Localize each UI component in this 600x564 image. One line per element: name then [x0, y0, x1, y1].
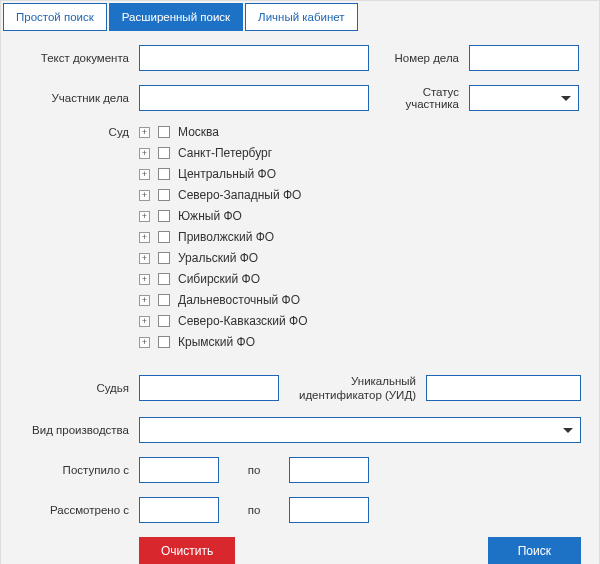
court-tree-item: +Сибирский ФО	[139, 272, 581, 286]
expand-icon[interactable]: +	[139, 274, 150, 285]
court-name: Северо-Кавказский ФО	[178, 314, 308, 328]
court-name: Приволжский ФО	[178, 230, 274, 244]
expand-icon[interactable]: +	[139, 127, 150, 138]
label-doc-text: Текст документа	[19, 52, 139, 64]
label-received-from: Поступило с	[19, 464, 139, 476]
court-checkbox[interactable]	[158, 126, 170, 138]
input-reviewed-from[interactable]	[139, 497, 219, 523]
expand-icon[interactable]: +	[139, 316, 150, 327]
expand-icon[interactable]: +	[139, 169, 150, 180]
court-checkbox[interactable]	[158, 231, 170, 243]
input-uid[interactable]	[426, 375, 581, 401]
select-participant-status[interactable]	[469, 85, 579, 111]
search-button[interactable]: Поиск	[488, 537, 581, 564]
court-tree-item: +Уральский ФО	[139, 251, 581, 265]
clear-button[interactable]: Очистить	[139, 537, 235, 564]
court-checkbox[interactable]	[158, 315, 170, 327]
court-tree-item: +Санкт-Петербург	[139, 146, 581, 160]
advanced-search-panel: Простой поиск Расширенный поиск Личный к…	[0, 0, 600, 564]
expand-icon[interactable]: +	[139, 190, 150, 201]
label-uid: Уникальный идентификатор (УИД)	[279, 374, 426, 403]
court-checkbox[interactable]	[158, 189, 170, 201]
court-name: Южный ФО	[178, 209, 242, 223]
court-tree-item: +Северо-Кавказский ФО	[139, 314, 581, 328]
court-name: Дальневосточный ФО	[178, 293, 300, 307]
tab-bar: Простой поиск Расширенный поиск Личный к…	[1, 1, 599, 31]
input-received-from[interactable]	[139, 457, 219, 483]
court-checkbox[interactable]	[158, 147, 170, 159]
court-tree-item: +Северо-Западный ФО	[139, 188, 581, 202]
label-received-to: по	[219, 464, 289, 476]
court-name: Санкт-Петербург	[178, 146, 272, 160]
court-checkbox[interactable]	[158, 252, 170, 264]
court-name: Центральный ФО	[178, 167, 276, 181]
expand-icon[interactable]: +	[139, 232, 150, 243]
court-checkbox[interactable]	[158, 210, 170, 222]
court-tree-item: +Дальневосточный ФО	[139, 293, 581, 307]
tab-personal-cabinet[interactable]: Личный кабинет	[245, 3, 358, 31]
tab-advanced-search[interactable]: Расширенный поиск	[109, 3, 243, 31]
expand-icon[interactable]: +	[139, 337, 150, 348]
court-checkbox[interactable]	[158, 336, 170, 348]
expand-icon[interactable]: +	[139, 253, 150, 264]
court-name: Сибирский ФО	[178, 272, 260, 286]
court-tree-item: +Южный ФО	[139, 209, 581, 223]
label-reviewed-to: по	[219, 504, 289, 516]
court-checkbox[interactable]	[158, 168, 170, 180]
input-received-to[interactable]	[289, 457, 369, 483]
search-form: Текст документа Номер дела Участник дела…	[1, 31, 599, 564]
select-proceeding-type[interactable]	[139, 417, 581, 443]
label-judge: Судья	[19, 382, 139, 394]
court-tree-item: +Крымский ФО	[139, 335, 581, 349]
expand-icon[interactable]: +	[139, 211, 150, 222]
label-proceeding-type: Вид производства	[19, 424, 139, 436]
expand-icon[interactable]: +	[139, 148, 150, 159]
input-participant[interactable]	[139, 85, 369, 111]
input-judge[interactable]	[139, 375, 279, 401]
label-participant: Участник дела	[19, 92, 139, 104]
court-name: Северо-Западный ФО	[178, 188, 301, 202]
court-tree-item: +Москва	[139, 125, 581, 139]
label-case-number: Номер дела	[369, 52, 469, 64]
label-court: Суд	[19, 125, 139, 138]
court-checkbox[interactable]	[158, 294, 170, 306]
court-tree: +Москва+Санкт-Петербург+Центральный ФО+С…	[139, 125, 581, 356]
court-name: Москва	[178, 125, 219, 139]
court-checkbox[interactable]	[158, 273, 170, 285]
court-name: Уральский ФО	[178, 251, 258, 265]
label-participant-status: Статус участника	[369, 86, 469, 110]
court-tree-item: +Приволжский ФО	[139, 230, 581, 244]
court-tree-item: +Центральный ФО	[139, 167, 581, 181]
label-reviewed-from: Рассмотрено с	[19, 504, 139, 516]
expand-icon[interactable]: +	[139, 295, 150, 306]
input-reviewed-to[interactable]	[289, 497, 369, 523]
tab-simple-search[interactable]: Простой поиск	[3, 3, 107, 31]
input-doc-text[interactable]	[139, 45, 369, 71]
input-case-number[interactable]	[469, 45, 579, 71]
court-name: Крымский ФО	[178, 335, 255, 349]
